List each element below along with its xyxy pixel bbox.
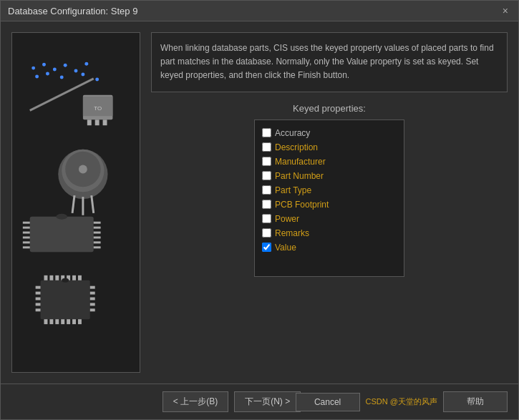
svg-point-24 [79, 165, 87, 174]
checkbox-remarks[interactable] [262, 228, 271, 238]
property-item-power[interactable]: Power [261, 212, 398, 226]
svg-rect-55 [36, 292, 41, 295]
svg-point-3 [64, 64, 67, 67]
svg-rect-27 [23, 222, 30, 224]
title-bar: Database Configuration: Step 9 × [1, 1, 518, 21]
svg-point-64 [62, 278, 69, 283]
svg-point-4 [74, 69, 78, 73]
cancel-button[interactable]: Cancel [296, 393, 360, 411]
svg-rect-59 [90, 286, 95, 289]
svg-rect-39 [41, 280, 90, 319]
svg-rect-51 [67, 319, 70, 324]
svg-rect-47 [44, 319, 48, 324]
help-button[interactable]: 帮助 [443, 391, 508, 412]
keyed-properties-label: Keyed properties: [151, 103, 508, 114]
svg-point-6 [35, 75, 39, 79]
property-item-manufacturer[interactable]: Manufacturer [261, 155, 398, 169]
property-label-value: Value [275, 243, 296, 253]
svg-rect-61 [90, 298, 95, 301]
svg-rect-53 [78, 319, 82, 324]
svg-rect-34 [94, 227, 101, 229]
svg-rect-36 [94, 236, 101, 238]
svg-rect-31 [23, 241, 30, 243]
svg-rect-15 [95, 119, 100, 125]
property-item-part_number[interactable]: Part Number [261, 169, 398, 183]
checkbox-part_type[interactable] [262, 185, 271, 195]
svg-rect-41 [49, 275, 53, 280]
svg-rect-37 [94, 241, 101, 243]
svg-point-1 [42, 63, 46, 67]
property-item-accuracy[interactable]: Accuracy [261, 126, 398, 140]
property-label-remarks: Remarks [275, 228, 309, 238]
svg-point-5 [84, 62, 88, 66]
keyed-properties-box: AccuracyDescriptionManufacturerPart Numb… [254, 119, 404, 277]
checkbox-manufacturer[interactable] [262, 157, 271, 166]
property-label-accuracy: Accuracy [275, 128, 310, 138]
next-button[interactable]: 下一页(N) > [234, 391, 301, 412]
property-item-description[interactable]: Description [261, 140, 398, 155]
description-box: When linking database parts, CIS uses th… [151, 32, 508, 92]
property-label-part_type: Part Type [275, 185, 311, 195]
checkbox-accuracy[interactable] [262, 128, 271, 137]
svg-rect-25 [30, 217, 94, 252]
svg-rect-56 [36, 298, 41, 301]
property-item-remarks[interactable]: Remarks [261, 226, 398, 240]
svg-rect-60 [90, 292, 95, 295]
right-panel: When linking database parts, CIS uses th… [151, 32, 508, 373]
property-label-pcb_footprint: PCB Footprint [275, 200, 329, 210]
property-label-part_number: Part Number [275, 171, 324, 181]
svg-rect-16 [103, 119, 107, 125]
property-item-value[interactable]: Value [261, 240, 398, 255]
svg-text:TO: TO [94, 105, 102, 112]
svg-rect-58 [36, 308, 41, 311]
svg-rect-63 [90, 308, 95, 311]
svg-rect-46 [78, 275, 82, 280]
svg-rect-54 [36, 286, 41, 289]
close-button[interactable]: × [500, 5, 511, 16]
prev-button[interactable]: < 上一步(B) [163, 391, 228, 412]
svg-rect-45 [72, 275, 76, 280]
svg-rect-35 [94, 232, 101, 234]
svg-rect-52 [72, 319, 76, 324]
svg-rect-33 [94, 222, 101, 224]
property-item-part_type[interactable]: Part Type [261, 183, 398, 197]
svg-rect-49 [55, 319, 59, 324]
svg-rect-28 [23, 227, 30, 229]
description-text: When linking database parts, CIS uses th… [160, 43, 494, 80]
property-label-power: Power [275, 214, 299, 224]
svg-rect-48 [49, 319, 53, 324]
main-window: Database Configuration: Step 9 × [0, 0, 519, 420]
svg-rect-29 [23, 232, 30, 234]
svg-rect-42 [55, 275, 59, 280]
svg-rect-50 [61, 319, 64, 324]
svg-rect-30 [23, 236, 30, 238]
keyed-properties-section: Keyed properties: AccuracyDescriptionMan… [151, 103, 508, 277]
svg-point-10 [95, 77, 99, 81]
svg-rect-40 [44, 275, 48, 280]
csdn-watermark: CSDN @天堂的风声 [366, 396, 437, 407]
footer: < 上一步(B) 下一页(N) > Finish Cancel CSDN @天堂… [1, 384, 518, 419]
svg-rect-14 [87, 119, 92, 125]
svg-point-0 [31, 67, 35, 70]
checkbox-value[interactable] [262, 243, 271, 252]
checkbox-power[interactable] [262, 214, 271, 223]
checkbox-pcb_footprint[interactable] [262, 200, 271, 209]
svg-point-26 [56, 214, 67, 220]
svg-rect-62 [90, 303, 95, 306]
svg-point-7 [46, 72, 49, 76]
property-item-pcb_footprint[interactable]: PCB Footprint [261, 197, 398, 212]
svg-point-2 [53, 68, 57, 72]
component-image-panel: TO [11, 32, 140, 373]
svg-rect-38 [94, 246, 101, 248]
checkbox-part_number[interactable] [262, 171, 271, 180]
svg-line-21 [72, 195, 74, 213]
component-illustration: TO [12, 33, 140, 372]
property-label-manufacturer: Manufacturer [275, 157, 326, 167]
svg-point-8 [60, 75, 64, 79]
checkbox-description[interactable] [262, 142, 271, 152]
window-title: Database Configuration: Step 9 [8, 6, 137, 16]
svg-line-23 [92, 195, 94, 213]
svg-rect-32 [23, 246, 30, 248]
content-area: TO [1, 21, 518, 384]
svg-rect-57 [36, 303, 41, 306]
